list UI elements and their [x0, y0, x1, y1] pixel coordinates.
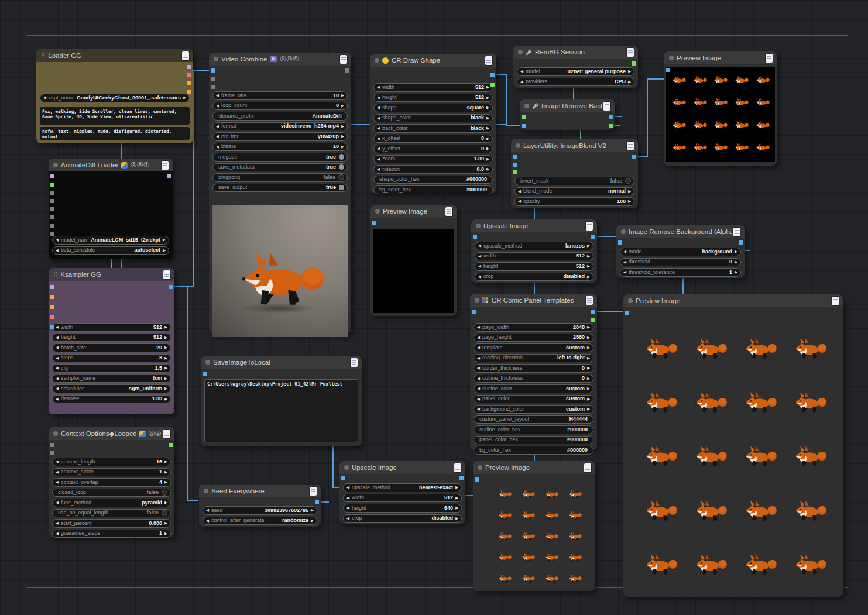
- output-slot-blue[interactable]: [490, 73, 495, 77]
- widget-ckpt-name[interactable]: ◀ckpt_nameComfyUIGeekyGhost_00001_.safet…: [40, 94, 190, 102]
- left-arrow-icon[interactable]: ◀: [56, 532, 59, 536]
- widget-page-width[interactable]: ◀page_width2048▶: [474, 323, 593, 332]
- right-arrow-icon[interactable]: ▶: [164, 387, 167, 391]
- node-cr-comic-panel-templates[interactable]: CR Comic Panel Templates ◀page_width2048…: [470, 294, 597, 451]
- input-slot-blue[interactable]: [372, 221, 376, 225]
- left-arrow-icon[interactable]: ◀: [56, 346, 59, 350]
- left-arrow-icon[interactable]: ◀: [377, 167, 380, 171]
- note-icon[interactable]: [586, 222, 593, 231]
- node-header[interactable]: Upscale Image: [471, 219, 597, 232]
- collapse-dot-icon[interactable]: [53, 163, 58, 167]
- node-cr-draw-shape[interactable]: CR Draw Shape ◀width512▶◀height512▶◀shap…: [370, 54, 496, 193]
- node-saveimagetolocal[interactable]: SaveImageToLocal C:\Users\wgray\Desktop\…: [201, 356, 362, 446]
- right-arrow-icon[interactable]: ▶: [486, 147, 489, 151]
- positive-prompt-textarea[interactable]: Fox, walking, Side Scroller, clean lines…: [40, 107, 190, 125]
- node-layerutility-imageblend-v2[interactable]: LayerUtility: ImageBlend V2 invert_maskf…: [511, 139, 638, 208]
- toggle-dot-icon[interactable]: [339, 185, 344, 190]
- note-icon[interactable]: [163, 430, 170, 438]
- output-slot-orange[interactable]: [187, 90, 191, 94]
- note-icon[interactable]: [340, 55, 347, 64]
- input-slot-green[interactable]: [522, 115, 526, 119]
- left-arrow-icon[interactable]: ◀: [346, 506, 349, 510]
- left-arrow-icon[interactable]: ◀: [478, 275, 481, 279]
- input-slot-orange[interactable]: [50, 305, 54, 309]
- left-arrow-icon[interactable]: ◀: [477, 387, 480, 391]
- left-arrow-icon[interactable]: ◀: [377, 147, 380, 151]
- right-arrow-icon[interactable]: ▶: [341, 125, 344, 129]
- right-arrow-icon[interactable]: ▶: [341, 135, 344, 139]
- note-icon[interactable]: [182, 51, 189, 60]
- collapse-dot-icon[interactable]: [205, 360, 210, 365]
- note-icon[interactable]: [584, 463, 591, 472]
- widget-fuse-method[interactable]: ◀fuse_methodpyramid▶: [52, 499, 171, 507]
- output-slot-green[interactable]: [169, 443, 173, 447]
- input-slot-blue[interactable]: [522, 124, 526, 128]
- left-arrow-icon[interactable]: ◀: [56, 501, 59, 505]
- widget-shape[interactable]: ◀shapesquare▶: [373, 104, 493, 112]
- node-header[interactable]: ⠿ Loader GG: [36, 49, 193, 62]
- widget-height[interactable]: ◀height640▶: [343, 504, 462, 513]
- collapse-dot-icon[interactable]: [475, 298, 479, 303]
- left-arrow-icon[interactable]: ◀: [56, 521, 59, 525]
- right-arrow-icon[interactable]: ▶: [164, 532, 167, 536]
- right-arrow-icon[interactable]: ▶: [164, 397, 167, 401]
- left-arrow-icon[interactable]: ◀: [477, 336, 480, 340]
- right-arrow-icon[interactable]: ▶: [587, 387, 590, 391]
- node-image-remove-background-alpha[interactable]: Image Remove Background (Alpha) ◀modebac…: [616, 225, 745, 278]
- left-arrow-icon[interactable]: ◀: [56, 356, 59, 360]
- input-slot-blue[interactable]: [203, 372, 207, 376]
- left-arrow-icon[interactable]: ◀: [377, 85, 380, 90]
- left-arrow-icon[interactable]: ◀: [623, 270, 626, 274]
- toggle-dot-icon[interactable]: [162, 510, 167, 516]
- widget-width[interactable]: ◀width512▶: [343, 494, 462, 503]
- left-arrow-icon[interactable]: ◀: [377, 157, 380, 162]
- right-arrow-icon[interactable]: ▶: [341, 94, 344, 98]
- widget-steps[interactable]: ◀steps8▶: [52, 354, 171, 363]
- note-icon[interactable]: [766, 54, 773, 63]
- input-slot-gray[interactable]: [50, 199, 54, 203]
- right-arrow-icon[interactable]: ▶: [164, 325, 167, 329]
- node-seed-everywhere[interactable]: Seed Everywhere ◀seed309923967602785▶◀co…: [199, 485, 321, 527]
- collapse-dot-icon[interactable]: [375, 58, 379, 63]
- left-arrow-icon[interactable]: ◀: [478, 264, 481, 269]
- right-arrow-icon[interactable]: ▶: [628, 80, 631, 84]
- node-preview-image-black[interactable]: Preview Image: [370, 205, 457, 316]
- widget-bitrate[interactable]: ◀bitrate10▶: [212, 143, 348, 152]
- output-slot-purple[interactable]: [187, 65, 191, 69]
- right-arrow-icon[interactable]: ▶: [486, 167, 489, 171]
- widget-shape-color[interactable]: ◀shape_colorblack▶: [373, 114, 493, 123]
- left-arrow-icon[interactable]: ◀: [477, 366, 480, 370]
- input-slot-purple[interactable]: [50, 285, 54, 289]
- node-header[interactable]: RemBG Session: [513, 46, 638, 59]
- node-header[interactable]: Image Remove Background (Alpha): [616, 225, 745, 238]
- drag-handle-icon[interactable]: ⠿: [41, 53, 45, 59]
- widget-threshold-tolerance[interactable]: ◀threshold_tolerance1▶: [620, 268, 741, 277]
- input-slot-orange[interactable]: [50, 295, 54, 299]
- note-icon[interactable]: [163, 270, 170, 279]
- negative-prompt-textarea[interactable]: nsfw, text, nipples, nude, disfigured, d…: [40, 127, 190, 140]
- output-slot-green[interactable]: [632, 61, 636, 66]
- right-arrow-icon[interactable]: ▶: [311, 509, 314, 513]
- widget-border-thickness[interactable]: ◀border_thickness0▶: [474, 364, 593, 373]
- node-upscale-image-top[interactable]: Upscale Image ◀upscale_methodlanczos▶◀wi…: [471, 219, 597, 283]
- output-slot-green[interactable]: [490, 83, 495, 87]
- right-arrow-icon[interactable]: ▶: [486, 106, 489, 110]
- left-arrow-icon[interactable]: ◀: [477, 346, 480, 350]
- output-slot-gray[interactable]: [345, 68, 349, 73]
- node-header[interactable]: CR Draw Shape: [370, 54, 496, 67]
- widget-filename-prefix[interactable]: filename_prefixAnimateDiff: [212, 112, 348, 121]
- input-slot-gray[interactable]: [50, 224, 54, 228]
- right-arrow-icon[interactable]: ▶: [164, 470, 167, 475]
- left-arrow-icon[interactable]: ◀: [216, 135, 219, 139]
- widget-width[interactable]: ◀width512▶: [373, 83, 493, 92]
- right-arrow-icon[interactable]: ▶: [735, 250, 737, 254]
- right-arrow-icon[interactable]: ▶: [587, 407, 590, 411]
- node-header[interactable]: Preview Image: [473, 461, 595, 474]
- widget-outline-thickness[interactable]: ◀outline_thickness0▶: [474, 375, 593, 383]
- widget-closed-loop[interactable]: closed_loopfalse: [52, 489, 171, 497]
- node-header[interactable]: AnimateDiff Loader ⒶⒷ①: [49, 159, 173, 171]
- right-arrow-icon[interactable]: ▶: [341, 145, 344, 149]
- right-arrow-icon[interactable]: ▶: [587, 336, 590, 340]
- node-ksampler-gg[interactable]: ⠿ Ksampler GG ◀width512▶◀height512▶◀batc…: [49, 268, 174, 414]
- widget-shape-color-hex[interactable]: shape_color_hex#000000: [373, 176, 493, 184]
